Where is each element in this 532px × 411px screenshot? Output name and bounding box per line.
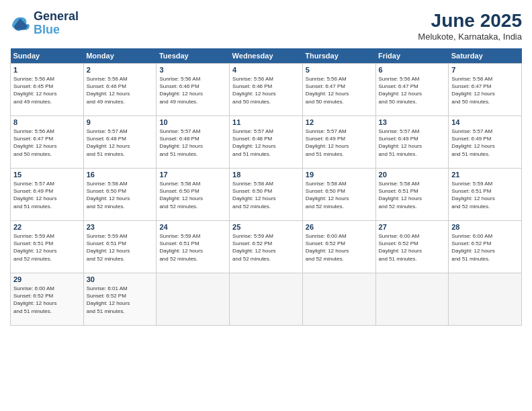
location: Melukote, Karnataka, India <box>418 32 522 42</box>
col-saturday: Saturday <box>449 48 522 64</box>
table-row: 6Sunrise: 5:56 AMSunset: 6:47 PMDaylight… <box>375 64 449 116</box>
table-row: 12Sunrise: 5:57 AMSunset: 6:49 PMDayligh… <box>302 116 375 169</box>
month-title: June 2025 <box>418 10 522 32</box>
day-number: 15 <box>13 171 81 179</box>
day-info: Sunrise: 5:56 AMSunset: 6:47 PMDaylight:… <box>451 75 519 105</box>
calendar: Sunday Monday Tuesday Wednesday Thursday… <box>10 48 522 326</box>
day-number: 19 <box>306 171 373 179</box>
title-block: June 2025 Melukote, Karnataka, India <box>418 10 522 42</box>
day-info: Sunrise: 6:00 AMSunset: 6:52 PMDaylight:… <box>13 285 81 315</box>
day-number: 13 <box>379 118 446 126</box>
day-number: 22 <box>13 223 81 231</box>
day-info: Sunrise: 6:00 AMSunset: 6:52 PMDaylight:… <box>306 232 373 263</box>
col-wednesday: Wednesday <box>230 48 303 64</box>
day-info: Sunrise: 6:01 AMSunset: 6:52 PMDaylight:… <box>87 285 154 315</box>
table-row <box>157 273 230 326</box>
table-row: 1Sunrise: 5:56 AMSunset: 6:45 PMDaylight… <box>11 64 84 116</box>
day-info: Sunrise: 5:57 AMSunset: 6:49 PMDaylight:… <box>451 128 519 158</box>
table-row: 20Sunrise: 5:58 AMSunset: 6:51 PMDayligh… <box>375 169 449 221</box>
day-info: Sunrise: 5:59 AMSunset: 6:52 PMDaylight:… <box>232 232 300 263</box>
calendar-week-5: 29Sunrise: 6:00 AMSunset: 6:52 PMDayligh… <box>11 273 522 326</box>
day-number: 16 <box>87 171 154 179</box>
day-number: 9 <box>87 118 154 126</box>
table-row: 3Sunrise: 5:56 AMSunset: 6:46 PMDaylight… <box>157 64 230 116</box>
day-number: 17 <box>159 171 226 179</box>
day-info: Sunrise: 5:57 AMSunset: 6:49 PMDaylight:… <box>13 180 81 210</box>
day-number: 2 <box>87 66 154 74</box>
table-row: 30Sunrise: 6:01 AMSunset: 6:52 PMDayligh… <box>83 273 157 326</box>
day-info: Sunrise: 5:57 AMSunset: 6:49 PMDaylight:… <box>306 128 373 158</box>
day-info: Sunrise: 6:00 AMSunset: 6:52 PMDaylight:… <box>451 232 519 263</box>
table-row: 27Sunrise: 6:00 AMSunset: 6:52 PMDayligh… <box>375 221 449 273</box>
day-info: Sunrise: 5:56 AMSunset: 6:47 PMDaylight:… <box>13 128 81 158</box>
day-number: 1 <box>13 66 81 74</box>
table-row: 24Sunrise: 5:59 AMSunset: 6:51 PMDayligh… <box>157 221 230 273</box>
table-row: 18Sunrise: 5:58 AMSunset: 6:50 PMDayligh… <box>230 169 303 221</box>
day-number: 14 <box>451 118 519 126</box>
day-info: Sunrise: 5:56 AMSunset: 6:46 PMDaylight:… <box>232 75 300 105</box>
day-number: 12 <box>306 118 373 126</box>
day-info: Sunrise: 5:57 AMSunset: 6:48 PMDaylight:… <box>159 128 226 158</box>
table-row <box>230 273 303 326</box>
table-row: 15Sunrise: 5:57 AMSunset: 6:49 PMDayligh… <box>11 169 84 221</box>
table-row <box>375 273 449 326</box>
table-row: 16Sunrise: 5:58 AMSunset: 6:50 PMDayligh… <box>83 169 157 221</box>
table-row: 11Sunrise: 5:57 AMSunset: 6:48 PMDayligh… <box>230 116 303 169</box>
day-number: 11 <box>232 118 300 126</box>
day-number: 25 <box>232 223 300 231</box>
day-number: 27 <box>379 223 446 231</box>
page: General Blue June 2025 Melukote, Karnata… <box>0 0 532 411</box>
table-row: 17Sunrise: 5:58 AMSunset: 6:50 PMDayligh… <box>157 169 230 221</box>
day-info: Sunrise: 5:56 AMSunset: 6:45 PMDaylight:… <box>13 75 81 105</box>
day-info: Sunrise: 5:58 AMSunset: 6:50 PMDaylight:… <box>159 180 226 210</box>
table-row: 25Sunrise: 5:59 AMSunset: 6:52 PMDayligh… <box>230 221 303 273</box>
calendar-week-4: 22Sunrise: 5:59 AMSunset: 6:51 PMDayligh… <box>11 221 522 273</box>
day-number: 26 <box>306 223 373 231</box>
col-sunday: Sunday <box>11 48 84 64</box>
day-info: Sunrise: 5:56 AMSunset: 6:46 PMDaylight:… <box>87 75 154 105</box>
day-info: Sunrise: 5:56 AMSunset: 6:47 PMDaylight:… <box>379 75 446 105</box>
table-row: 22Sunrise: 5:59 AMSunset: 6:51 PMDayligh… <box>11 221 84 273</box>
calendar-week-2: 8Sunrise: 5:56 AMSunset: 6:47 PMDaylight… <box>11 116 522 169</box>
day-number: 8 <box>13 118 81 126</box>
table-row <box>302 273 375 326</box>
table-row: 19Sunrise: 5:58 AMSunset: 6:50 PMDayligh… <box>302 169 375 221</box>
table-row: 4Sunrise: 5:56 AMSunset: 6:46 PMDaylight… <box>230 64 303 116</box>
calendar-header-row: Sunday Monday Tuesday Wednesday Thursday… <box>11 48 522 64</box>
day-number: 10 <box>159 118 226 126</box>
day-number: 3 <box>159 66 226 74</box>
col-thursday: Thursday <box>302 48 375 64</box>
day-info: Sunrise: 5:57 AMSunset: 6:48 PMDaylight:… <box>87 128 154 158</box>
table-row: 14Sunrise: 5:57 AMSunset: 6:49 PMDayligh… <box>449 116 522 169</box>
logo-text: General Blue <box>34 10 79 37</box>
logo: General Blue <box>10 10 79 37</box>
col-tuesday: Tuesday <box>157 48 230 64</box>
day-info: Sunrise: 5:59 AMSunset: 6:51 PMDaylight:… <box>159 232 226 263</box>
day-info: Sunrise: 5:58 AMSunset: 6:50 PMDaylight:… <box>306 180 373 210</box>
table-row: 9Sunrise: 5:57 AMSunset: 6:48 PMDaylight… <box>83 116 157 169</box>
day-number: 21 <box>451 171 519 179</box>
day-number: 5 <box>306 66 373 74</box>
day-info: Sunrise: 5:59 AMSunset: 6:51 PMDaylight:… <box>13 232 81 263</box>
day-info: Sunrise: 5:56 AMSunset: 6:46 PMDaylight:… <box>159 75 226 105</box>
day-number: 6 <box>379 66 446 74</box>
table-row: 21Sunrise: 5:59 AMSunset: 6:51 PMDayligh… <box>449 169 522 221</box>
table-row: 10Sunrise: 5:57 AMSunset: 6:48 PMDayligh… <box>157 116 230 169</box>
col-friday: Friday <box>375 48 449 64</box>
table-row: 26Sunrise: 6:00 AMSunset: 6:52 PMDayligh… <box>302 221 375 273</box>
table-row: 7Sunrise: 5:56 AMSunset: 6:47 PMDaylight… <box>449 64 522 116</box>
table-row <box>449 273 522 326</box>
table-row: 5Sunrise: 5:56 AMSunset: 6:47 PMDaylight… <box>302 64 375 116</box>
col-monday: Monday <box>83 48 157 64</box>
table-row: 13Sunrise: 5:57 AMSunset: 6:49 PMDayligh… <box>375 116 449 169</box>
logo-icon <box>10 13 30 34</box>
table-row: 23Sunrise: 5:59 AMSunset: 6:51 PMDayligh… <box>83 221 157 273</box>
day-number: 18 <box>232 171 300 179</box>
table-row: 29Sunrise: 6:00 AMSunset: 6:52 PMDayligh… <box>11 273 84 326</box>
day-info: Sunrise: 5:57 AMSunset: 6:49 PMDaylight:… <box>379 128 446 158</box>
day-info: Sunrise: 5:57 AMSunset: 6:48 PMDaylight:… <box>232 128 300 158</box>
day-number: 4 <box>232 66 300 74</box>
day-number: 20 <box>379 171 446 179</box>
day-info: Sunrise: 5:58 AMSunset: 6:50 PMDaylight:… <box>87 180 154 210</box>
table-row: 8Sunrise: 5:56 AMSunset: 6:47 PMDaylight… <box>11 116 84 169</box>
